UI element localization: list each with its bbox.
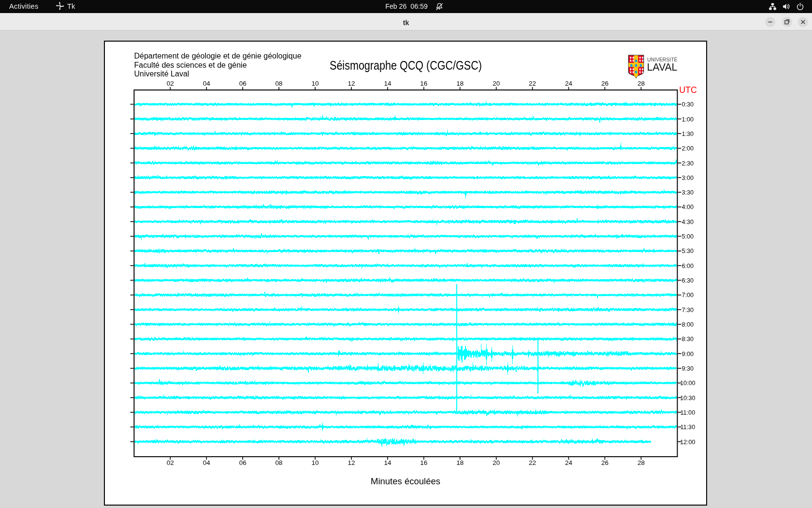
svg-text:08: 08	[276, 459, 283, 466]
svg-text:Faculté des sciences et de gén: Faculté des sciences et de génie	[134, 61, 247, 69]
svg-text:06: 06	[239, 80, 246, 87]
svg-text:8:30: 8:30	[682, 336, 694, 343]
svg-text:2:00: 2:00	[682, 145, 694, 152]
svg-text:5:00: 5:00	[682, 233, 694, 240]
svg-text:20: 20	[493, 459, 500, 466]
svg-text:08: 08	[276, 80, 283, 87]
svg-text:22: 22	[529, 80, 536, 87]
svg-text:7:00: 7:00	[682, 292, 694, 299]
svg-text:11:30: 11:30	[680, 424, 695, 431]
svg-text:06: 06	[239, 459, 246, 466]
svg-text:16: 16	[420, 459, 427, 466]
svg-text:10: 10	[311, 459, 319, 466]
svg-text:7:30: 7:30	[682, 307, 694, 314]
svg-text:3:30: 3:30	[682, 189, 694, 196]
svg-text:22: 22	[529, 459, 536, 466]
svg-text:Université Laval: Université Laval	[134, 70, 189, 78]
svg-text:2:30: 2:30	[682, 160, 694, 167]
svg-text:1:00: 1:00	[682, 116, 694, 123]
svg-text:11:00: 11:00	[680, 409, 695, 416]
svg-text:10: 10	[311, 80, 319, 87]
svg-text:Minutes écoulées: Minutes écoulées	[371, 476, 440, 486]
svg-text:04: 04	[203, 80, 211, 87]
svg-text:6:00: 6:00	[682, 263, 694, 269]
svg-text:26: 26	[601, 459, 609, 466]
svg-text:28: 28	[638, 459, 645, 466]
svg-text:6:30: 6:30	[682, 277, 694, 284]
svg-text:12: 12	[348, 80, 355, 87]
svg-text:14: 14	[384, 80, 392, 87]
svg-text:24: 24	[565, 80, 573, 87]
svg-text:4:00: 4:00	[682, 204, 694, 210]
svg-text:LAVAL: LAVAL	[647, 61, 678, 73]
svg-text:Séismographe QCQ (CGC/GSC): Séismographe QCQ (CGC/GSC)	[330, 59, 482, 72]
svg-text:8:00: 8:00	[682, 321, 694, 328]
svg-text:18: 18	[456, 80, 464, 87]
svg-text:28: 28	[638, 80, 645, 87]
svg-text:5:30: 5:30	[682, 248, 694, 254]
svg-text:24: 24	[565, 459, 573, 466]
svg-text:0:30: 0:30	[682, 101, 694, 108]
svg-text:20: 20	[493, 80, 500, 87]
svg-text:14: 14	[384, 459, 392, 466]
svg-text:26: 26	[601, 80, 609, 87]
svg-text:4:30: 4:30	[682, 219, 694, 225]
svg-text:9:30: 9:30	[682, 365, 694, 372]
svg-text:Département de géologie et de: Département de géologie et de génie géol…	[134, 52, 302, 60]
svg-text:1:30: 1:30	[682, 131, 694, 137]
svg-text:3:00: 3:00	[682, 175, 694, 181]
svg-text:10:00: 10:00	[680, 380, 696, 387]
svg-text:04: 04	[203, 459, 211, 466]
svg-text:12: 12	[348, 459, 355, 466]
svg-text:10:30: 10:30	[680, 395, 696, 402]
svg-text:9:00: 9:00	[682, 351, 694, 358]
svg-text:02: 02	[167, 459, 174, 466]
svg-text:02: 02	[167, 80, 174, 87]
svg-text:12:00: 12:00	[680, 439, 696, 446]
svg-text:UTC: UTC	[679, 85, 697, 95]
svg-text:18: 18	[456, 459, 464, 466]
svg-text:16: 16	[420, 80, 427, 87]
